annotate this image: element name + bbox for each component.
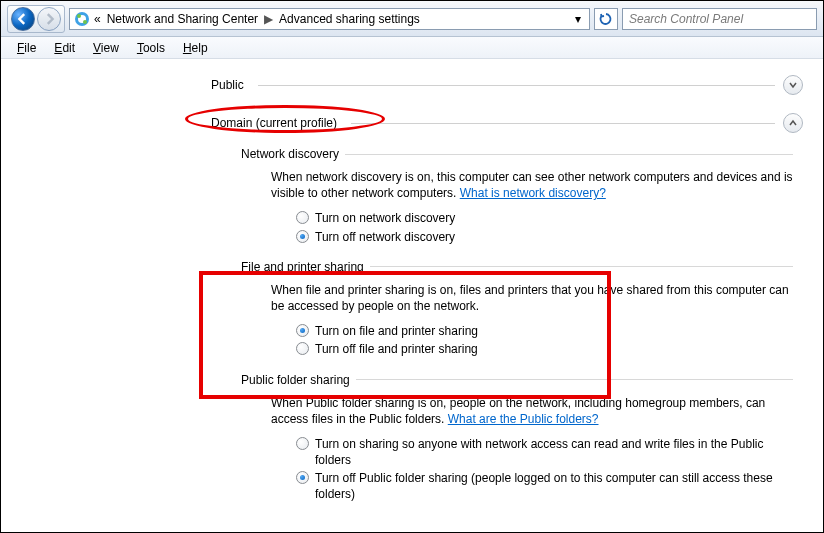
forward-button[interactable] (37, 7, 61, 31)
address-bar[interactable]: « Network and Sharing Center ▶ Advanced … (69, 8, 590, 30)
search-input[interactable]: Search Control Panel (622, 8, 817, 30)
back-button[interactable] (11, 7, 35, 31)
refresh-button[interactable] (594, 8, 618, 30)
radio-fp-off-label: Turn off file and printer sharing (315, 341, 478, 357)
radio-fp-on[interactable] (296, 324, 309, 337)
radio-nd-on-label: Turn on network discovery (315, 210, 455, 226)
content-area: Public Domain (current profile) Network … (1, 59, 823, 532)
menu-help[interactable]: Help (175, 39, 216, 57)
subsection-network-discovery: Network discovery When network discovery… (241, 147, 793, 246)
file-printer-title: File and printer sharing (241, 260, 364, 274)
public-folder-link[interactable]: What are the Public folders? (448, 412, 599, 426)
radio-nd-off-label: Turn off network discovery (315, 229, 455, 245)
address-dropdown[interactable]: ▾ (571, 12, 585, 26)
section-public: Public (211, 75, 803, 95)
menu-bar: File Edit View Tools Help (1, 37, 823, 59)
section-domain: Domain (current profile) (211, 113, 803, 133)
nav-buttons (7, 5, 65, 33)
menu-tools[interactable]: Tools (129, 39, 173, 57)
radio-pf-on-label: Turn on sharing so anyone with network a… (315, 436, 793, 468)
file-printer-desc: When file and printer sharing is on, fil… (271, 282, 793, 314)
breadcrumb-loc2[interactable]: Advanced sharing settings (279, 12, 420, 26)
network-sharing-icon (74, 11, 90, 27)
breadcrumb-sep: « (94, 12, 101, 26)
expand-public-button[interactable] (783, 75, 803, 95)
network-discovery-link[interactable]: What is network discovery? (460, 186, 606, 200)
radio-nd-on[interactable] (296, 211, 309, 224)
network-discovery-title: Network discovery (241, 147, 339, 161)
divider (370, 266, 793, 267)
subsection-public-folder: Public folder sharing When Public folder… (241, 373, 793, 504)
radio-nd-off[interactable] (296, 230, 309, 243)
radio-fp-off[interactable] (296, 342, 309, 355)
menu-view[interactable]: View (85, 39, 127, 57)
breadcrumb-arrow: ▶ (264, 12, 273, 26)
collapse-domain-button[interactable] (783, 113, 803, 133)
subsection-file-printer: File and printer sharing When file and p… (241, 260, 793, 359)
svg-point-2 (77, 14, 81, 18)
breadcrumb-loc1[interactable]: Network and Sharing Center (107, 12, 258, 26)
section-domain-label: Domain (current profile) (211, 116, 343, 130)
breadcrumb: « Network and Sharing Center ▶ Advanced … (94, 12, 420, 26)
radio-pf-off-label: Turn off Public folder sharing (people l… (315, 470, 793, 502)
divider (345, 154, 793, 155)
divider (356, 379, 793, 380)
network-discovery-desc: When network discovery is on, this compu… (271, 169, 793, 201)
radio-fp-on-label: Turn on file and printer sharing (315, 323, 478, 339)
menu-file[interactable]: File (9, 39, 44, 57)
svg-point-3 (83, 20, 87, 24)
radio-pf-off[interactable] (296, 471, 309, 484)
section-public-label: Public (211, 78, 250, 92)
divider (258, 85, 775, 86)
navigation-bar: « Network and Sharing Center ▶ Advanced … (1, 1, 823, 37)
public-folder-desc: When Public folder sharing is on, people… (271, 395, 793, 427)
public-folder-title: Public folder sharing (241, 373, 350, 387)
divider (351, 123, 775, 124)
search-placeholder: Search Control Panel (629, 12, 743, 26)
menu-edit[interactable]: Edit (46, 39, 83, 57)
radio-pf-on[interactable] (296, 437, 309, 450)
